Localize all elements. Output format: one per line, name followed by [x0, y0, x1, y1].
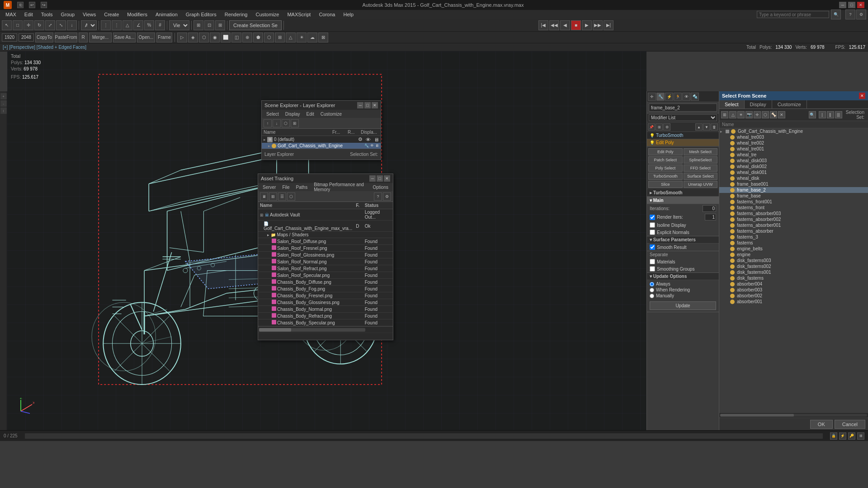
menu-max[interactable]: MAX [2, 11, 20, 18]
mp-materials-check[interactable] [650, 259, 655, 264]
mp-move-up-btn[interactable]: ▲ [695, 123, 703, 131]
sfs-row-12[interactable]: fasterns_front001 [719, 199, 868, 205]
at-menu-file[interactable]: File [279, 184, 292, 190]
se-tb-3[interactable]: ⬡ [282, 119, 290, 127]
mp-icon-hierarchy[interactable]: ⚡ [665, 93, 673, 101]
stop-btn[interactable]: ■ [571, 20, 581, 30]
tb-icon8[interactable]: ⬟ [253, 33, 263, 42]
sfs-row-9[interactable]: frame_base001 [719, 181, 868, 187]
end-btn[interactable]: ▶| [604, 20, 613, 30]
mp-edit-poly-btn[interactable]: Edit Poly [648, 148, 683, 155]
menu-maxscript[interactable]: MAXScript [283, 11, 314, 18]
search-btn[interactable]: 🔍 [831, 9, 841, 19]
bottom-icon-3[interactable]: 🔑 [848, 432, 855, 440]
move-btn[interactable]: ✛ [24, 20, 33, 30]
mp-icon-modify[interactable]: 🔧 [656, 93, 665, 101]
mp-modifier-dropdown[interactable]: Modifier List [649, 114, 717, 121]
tb-icon6[interactable]: ◫ [231, 33, 241, 42]
redo-btn[interactable]: ↪ [41, 2, 47, 8]
tb-icon12[interactable]: ☀ [297, 33, 307, 42]
sfs-row-24[interactable]: disk_fasterns001 [719, 269, 868, 275]
sfs-row-28[interactable]: absorber002 [719, 293, 868, 299]
place-btn[interactable]: ↓ [67, 20, 77, 30]
next-frame-btn[interactable]: ▶▶ [593, 20, 603, 30]
mp-update-options-header[interactable]: ▾ Update Options [647, 273, 719, 280]
sfs-close-btn[interactable]: ✕ [859, 93, 865, 99]
sfs-row-11[interactable]: frame_base [719, 193, 868, 199]
sfs-row-15[interactable]: fasterns_absorber002 [719, 216, 868, 222]
sfs-cancel-btn[interactable]: Cancel [835, 420, 865, 429]
sfs-row-20[interactable]: engine_belts [719, 246, 868, 252]
mp-smooth-result-check[interactable] [650, 244, 655, 250]
se-menu-edit[interactable]: Edit [304, 111, 317, 117]
sfs-tree[interactable]: ▸ Golf_Cart_Chassis_with_Engine wheal_tr… [719, 128, 868, 413]
at-row-t9[interactable]: Chassis_Body_Fresnel.pngFound [258, 292, 393, 299]
at-scrollbar[interactable] [258, 326, 393, 333]
menu-edit[interactable]: Edit [21, 11, 37, 18]
mp-surface-params-header[interactable]: ▾ Surface Parameters [647, 236, 719, 244]
sfs-row-4[interactable]: wheal_tre [719, 152, 868, 158]
se-layer-default[interactable]: ▸ ⊞ 0 (default) ⚙ 👁 🖥 [262, 136, 381, 143]
sfs-row-7[interactable]: wheal_disk001 [719, 169, 868, 175]
at-row-t12[interactable]: Chassis_Body_Refract.pngFound [258, 313, 393, 319]
mp-patch-select-btn[interactable]: Patch Select [648, 156, 683, 164]
mp-render-iters-check[interactable] [650, 215, 655, 220]
mp-editable-poly-item[interactable]: 💡 Edit Poly [647, 139, 719, 146]
at-row-t8[interactable]: Chassis_Body_Fog.pngFound [258, 286, 393, 292]
at-tb-settings[interactable]: ⚙ [383, 192, 391, 201]
mp-spline-select-btn[interactable]: SplineSelect [684, 156, 718, 164]
help-icon[interactable]: ? [845, 9, 855, 19]
snap2d-btn[interactable]: ⋮ [112, 20, 122, 30]
sfs-row-22[interactable]: disk_fasterns003 [719, 258, 868, 263]
se-menu-select[interactable]: Select [264, 111, 282, 117]
mp-explicit-normals-check[interactable] [650, 230, 655, 235]
left-icon-3[interactable]: ↕ [0, 108, 7, 114]
mp-icon-create[interactable]: ✛ [648, 93, 656, 101]
prev-key-btn[interactable]: ◀ [560, 20, 570, 30]
at-menu-bitmap[interactable]: Bitmap Performance and Memory [311, 182, 369, 192]
sfs-row-13[interactable]: fasterns_front [719, 205, 868, 211]
mp-delete-mod-btn[interactable]: 🗑 [711, 123, 718, 131]
snap-btn[interactable]: ⋮ [101, 20, 111, 30]
sfs-row-5[interactable]: wheal_disk003 [719, 158, 868, 164]
sfs-col-toggle2[interactable]: ‖ [827, 111, 834, 118]
at-menu-options[interactable]: Options [370, 184, 391, 190]
tb-icon3[interactable]: ⬡ [199, 33, 209, 42]
mp-icon-motion[interactable]: 🏃 [674, 93, 682, 101]
at-row-t11[interactable]: Chassis_Body_Normal.pngFound [258, 306, 393, 313]
tb-icon10[interactable]: ⊞ [275, 33, 285, 42]
se-tb-1[interactable]: ↑ [264, 119, 272, 127]
scale-uniform-btn[interactable]: ⤡ [56, 20, 66, 30]
mp-turbosmooth-header[interactable]: ▸ TurboSmooth [647, 189, 719, 197]
menu-tools[interactable]: Tools [38, 11, 57, 18]
sfs-filter-all-btn[interactable]: ⊞ [721, 111, 728, 118]
array-btn[interactable]: ⊞ [215, 20, 225, 30]
at-row-t4[interactable]: Salon_Roof_Normal.pngFound [258, 258, 393, 265]
sfs-row-19[interactable]: fasterns [719, 240, 868, 246]
mp-icon-utility[interactable]: 🔩 [691, 93, 699, 101]
sfs-filter-bone-btn[interactable]: 🦴 [770, 111, 777, 118]
menu-views[interactable]: Views [79, 11, 99, 18]
tb-icon7[interactable]: ⊕ [242, 33, 252, 42]
sfs-tab-customize[interactable]: Customize [772, 100, 807, 108]
at-close-btn[interactable]: ✕ [384, 175, 390, 182]
sfs-row-14[interactable]: fasterns_absorber003 [719, 211, 868, 216]
align-btn[interactable]: ⊞ [193, 20, 203, 30]
at-tb-help[interactable]: ? [374, 192, 382, 201]
mirror-btn[interactable]: ⊡ [204, 20, 214, 30]
mp-mesh-select-btn[interactable]: Mesh Select [684, 148, 718, 155]
mp-main-header[interactable]: ▾ Main [647, 197, 719, 204]
sfs-filter-helper-btn[interactable]: ✛ [754, 111, 761, 118]
menu-corona[interactable]: Corona [315, 11, 339, 18]
sfs-row-21[interactable]: engine [719, 252, 868, 258]
se-menu-customize[interactable]: Customize [318, 111, 344, 117]
menu-group[interactable]: Group [57, 11, 79, 18]
mp-unwrap-uvw-btn[interactable]: Unwrap UVW [684, 181, 718, 188]
rotate-btn[interactable]: ↻ [34, 20, 44, 30]
sfs-row-25[interactable]: disk_fasterns [719, 275, 868, 281]
menu-help[interactable]: Help [340, 11, 357, 18]
at-row-t13[interactable]: Chassis_Body_Specular.pngFound [258, 319, 393, 326]
tb-icon14[interactable]: ⊠ [318, 33, 328, 42]
prev-frame-btn[interactable]: ◀◀ [549, 20, 559, 30]
scale-btn[interactable]: ⤢ [45, 20, 55, 30]
